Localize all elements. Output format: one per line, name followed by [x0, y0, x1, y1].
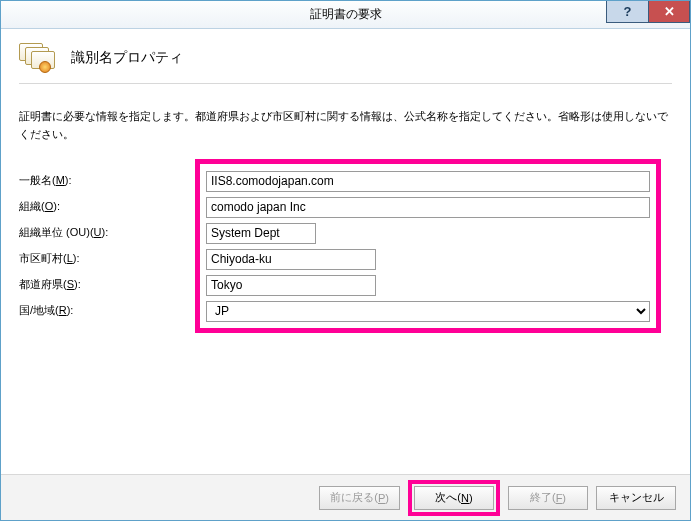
titlebar: 証明書の要求 ? ✕ [1, 1, 690, 29]
label-organizational-unit: 組織単位 (OU)(U): [19, 219, 195, 245]
close-button[interactable]: ✕ [648, 1, 690, 23]
back-button: 前に戻る(P) [319, 486, 400, 510]
state-input[interactable] [206, 275, 376, 296]
content-area: 識別名プロパティ 証明書に必要な情報を指定します。都道府県および市区町村に関する… [1, 29, 690, 520]
description-text: 証明書に必要な情報を指定します。都道府県および市区町村に関する情報は、公式名称を… [19, 108, 672, 143]
label-organization: 組織(O): [19, 193, 195, 219]
help-button[interactable]: ? [606, 1, 648, 23]
certificate-request-window: 証明書の要求 ? ✕ 識別名プロパティ 証明書に必要な情報を指定します。都道府県… [0, 0, 691, 521]
page-header: 識別名プロパティ [19, 43, 672, 73]
organizational-unit-input[interactable] [206, 223, 316, 244]
label-state: 都道府県(S): [19, 271, 195, 297]
highlighted-inputs: JP [195, 159, 661, 333]
country-select[interactable]: JP [206, 301, 650, 322]
form-area: 一般名(M): 組織(O): 組織単位 (OU)(U): 市区町村(L): 都道… [19, 159, 672, 333]
label-country: 国/地域(R): [19, 297, 195, 323]
divider [19, 83, 672, 84]
window-controls: ? ✕ [606, 1, 690, 23]
cancel-button[interactable]: キャンセル [596, 486, 676, 510]
common-name-input[interactable] [206, 171, 650, 192]
next-button[interactable]: 次へ(N) [414, 486, 494, 510]
label-city: 市区町村(L): [19, 245, 195, 271]
finish-button: 終了(F) [508, 486, 588, 510]
window-title: 証明書の要求 [1, 6, 690, 23]
next-button-highlight: 次へ(N) [408, 480, 500, 516]
page-title: 識別名プロパティ [71, 49, 183, 67]
form-inputs: JP [206, 168, 650, 324]
organization-input[interactable] [206, 197, 650, 218]
wizard-footer: 前に戻る(P) 次へ(N) 終了(F) キャンセル [1, 474, 690, 520]
certificate-icon [19, 43, 57, 73]
city-input[interactable] [206, 249, 376, 270]
label-common-name: 一般名(M): [19, 167, 195, 193]
form-labels: 一般名(M): 組織(O): 組織単位 (OU)(U): 市区町村(L): 都道… [19, 159, 195, 333]
